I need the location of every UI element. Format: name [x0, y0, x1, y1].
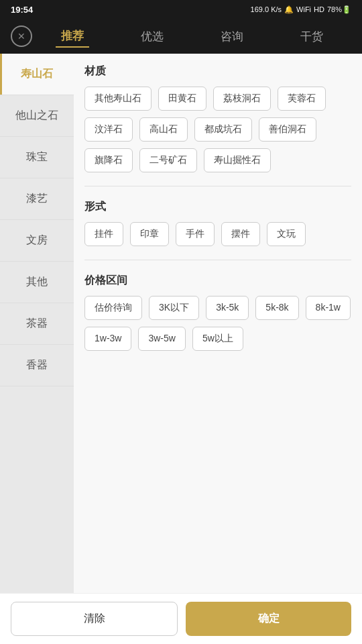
status-icons: 169.0 K/s 🔔 WiFi HD 78%🔋 [251, 5, 351, 14]
sidebar: 寿山石 他山之石 珠宝 漆艺 文房 其他 茶器 香器 [0, 54, 74, 644]
tag-jue[interactable]: 寿山掘性石 [204, 148, 271, 172]
form-title: 形式 [84, 200, 351, 214]
tag-under3k[interactable]: 3K以下 [149, 296, 199, 320]
tab-recommend[interactable]: 推荐 [56, 25, 89, 48]
tab-youxuan[interactable]: 优选 [135, 26, 169, 47]
battery-icon: 78%🔋 [327, 5, 351, 14]
tag-above5w[interactable]: 5w以上 [192, 327, 243, 351]
nav-tabs: 推荐 优选 咨询 干货 [32, 25, 351, 48]
sidebar-item-teaware[interactable]: 茶器 [0, 303, 74, 345]
material-tags: 其他寿山石 田黄石 荔枝洞石 芙蓉石 汶洋石 高山石 都成坑石 善伯洞石 旗降石… [84, 87, 351, 172]
tag-5k-8k[interactable]: 5k-8k [255, 296, 298, 320]
wifi-icon: WiFi [296, 5, 311, 13]
bottom-bar: 清除 确定 [0, 593, 362, 644]
tag-furong[interactable]: 芙蓉石 [278, 87, 326, 111]
sidebar-item-other[interactable]: 其他 [0, 262, 74, 303]
tag-erhao[interactable]: 二号矿石 [139, 148, 197, 172]
sidebar-item-incense[interactable]: 香器 [0, 345, 74, 386]
sidebar-item-study[interactable]: 文房 [0, 220, 74, 262]
tag-handheld[interactable]: 手件 [176, 222, 215, 246]
tag-estimate[interactable]: 估价待询 [84, 296, 142, 320]
divider-1 [84, 186, 351, 186]
price-section: 价格区间 估价待询 3K以下 3k-5k 5k-8k 8k-1w 1w-3w 3… [84, 274, 351, 351]
tag-1w-3w[interactable]: 1w-3w [84, 327, 131, 351]
tag-shanbo[interactable]: 善伯洞石 [259, 117, 316, 142]
signal-icon: 169.0 K/s [251, 5, 282, 13]
tag-duchengkeng[interactable]: 都成坑石 [194, 117, 252, 142]
tag-pendant[interactable]: 挂件 [84, 222, 123, 246]
tag-lizhidong[interactable]: 荔枝洞石 [213, 87, 271, 111]
content-area: 材质 其他寿山石 田黄石 荔枝洞石 芙蓉石 汶洋石 高山石 都成坑石 善伯洞石 … [74, 54, 362, 644]
status-time: 19:54 [11, 5, 33, 15]
alarm-icon: 🔔 [284, 5, 294, 14]
material-section: 材质 其他寿山石 田黄石 荔枝洞石 芙蓉石 汶洋石 高山石 都成坑石 善伯洞石 … [84, 64, 351, 172]
sidebar-item-tashan[interactable]: 他山之石 [0, 95, 74, 137]
confirm-button[interactable]: 确定 [186, 602, 351, 636]
close-button[interactable]: ✕ [11, 25, 32, 47]
form-section: 形式 挂件 印章 手件 摆件 文玩 [84, 200, 351, 246]
tag-tianhuang[interactable]: 田黄石 [158, 87, 206, 111]
tag-other-shoushan[interactable]: 其他寿山石 [84, 87, 152, 111]
divider-2 [84, 260, 351, 260]
tag-decoration[interactable]: 摆件 [221, 222, 260, 246]
form-tags: 挂件 印章 手件 摆件 文玩 [84, 222, 351, 246]
material-title: 材质 [84, 64, 351, 78]
network-icon: HD [314, 5, 324, 13]
nav-bar: ✕ 推荐 优选 咨询 干货 [0, 19, 362, 54]
sidebar-item-shoushan[interactable]: 寿山石 [0, 54, 74, 95]
price-tags: 估价待询 3K以下 3k-5k 5k-8k 8k-1w 1w-3w 3w-5w … [84, 296, 351, 351]
tag-qijiang[interactable]: 旗降石 [84, 148, 133, 172]
clear-button[interactable]: 清除 [11, 602, 178, 636]
price-title: 价格区间 [84, 274, 351, 288]
tag-3w-5w[interactable]: 3w-5w [138, 327, 185, 351]
tag-gaoshan[interactable]: 高山石 [139, 117, 188, 142]
tag-seal[interactable]: 印章 [130, 222, 169, 246]
tab-consult[interactable]: 咨询 [215, 26, 249, 47]
tab-goods[interactable]: 干货 [295, 26, 328, 47]
tag-wenyang[interactable]: 汶洋石 [84, 117, 133, 142]
tag-3k-5k[interactable]: 3k-5k [206, 296, 249, 320]
sidebar-item-jewelry[interactable]: 珠宝 [0, 137, 74, 178]
main-layout: 寿山石 他山之石 珠宝 漆艺 文房 其他 茶器 香器 材质 其他寿山石 [0, 54, 362, 644]
tag-8k-1w[interactable]: 8k-1w [306, 296, 351, 320]
close-icon: ✕ [17, 31, 25, 42]
tag-wanplay[interactable]: 文玩 [267, 222, 306, 246]
status-bar: 19:54 169.0 K/s 🔔 WiFi HD 78%🔋 [0, 0, 362, 19]
sidebar-item-lacquer[interactable]: 漆艺 [0, 178, 74, 220]
